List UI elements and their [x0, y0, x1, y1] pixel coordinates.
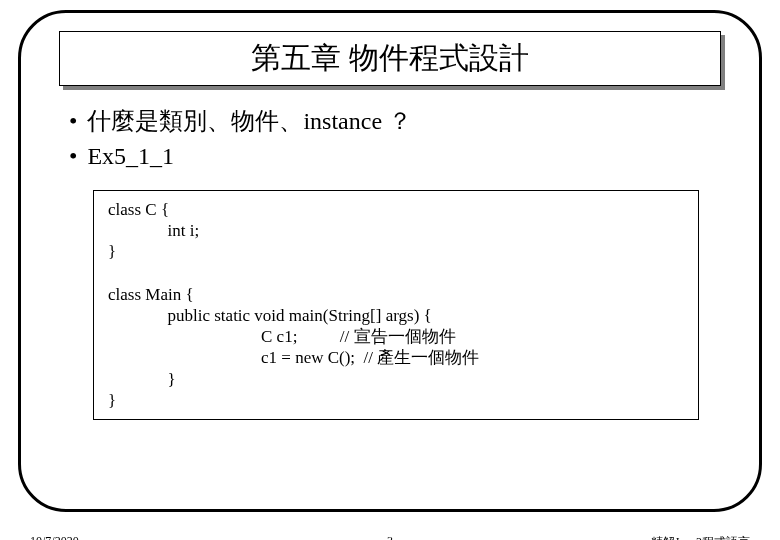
- slide-title: 第五章 物件程式設計: [59, 31, 721, 86]
- title-box: 第五章 物件程式設計: [59, 31, 721, 86]
- bullet-item: 什麼是類別、物件、instance ？: [69, 104, 729, 139]
- footer-date: 10/7/2020: [30, 534, 79, 540]
- slide-frame: 第五章 物件程式設計 什麼是類別、物件、instance ？ Ex5_1_1 c…: [18, 10, 762, 512]
- bullet-list: 什麼是類別、物件、instance ？ Ex5_1_1: [69, 104, 729, 174]
- footer-book-title: 精解Java2程式語言: [651, 534, 750, 540]
- code-block: class C { int i; } class Main { public s…: [93, 190, 699, 421]
- footer-page-number: 3: [387, 534, 393, 540]
- bullet-item: Ex5_1_1: [69, 139, 729, 174]
